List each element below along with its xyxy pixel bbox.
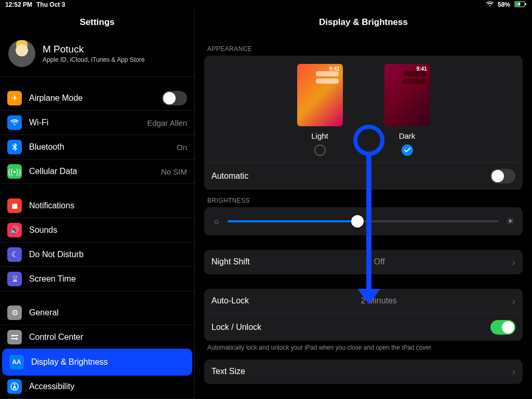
slider-track[interactable] xyxy=(228,220,499,222)
appearance-card: 9:41 Light 9:41 Dark Automatic xyxy=(204,56,523,190)
night-shift-row[interactable]: Night Shift Off xyxy=(204,250,523,274)
speaker-icon: 🔊 xyxy=(7,223,22,237)
automatic-label: Automatic xyxy=(211,171,248,181)
text-size-label: Text Size xyxy=(211,367,245,376)
airplane-icon: ✈︎ xyxy=(7,91,22,105)
svg-rect-4 xyxy=(14,335,18,336)
figure-icon xyxy=(7,379,22,394)
auto-lock-row[interactable]: Auto-Lock 2 Minutes xyxy=(204,289,523,313)
sidebar-group-general: ⚙︎ General Control Center AA Display & B… xyxy=(0,301,194,399)
status-bar: 12:52 PM Thu Oct 3 58% xyxy=(0,0,532,10)
light-preview: 9:41 xyxy=(297,64,343,126)
svg-point-5 xyxy=(16,338,18,340)
sidebar-item-label: Wi-Fi xyxy=(29,118,140,127)
status-date: Thu Oct 3 xyxy=(36,1,65,8)
svg-rect-6 xyxy=(11,338,16,339)
lock-unlock-label: Lock / Unlock xyxy=(211,323,261,332)
sidebar-item-label: Display & Brightness xyxy=(31,357,185,367)
sun-high-icon: ☀︎ xyxy=(506,216,514,227)
profile-name: M Potuck xyxy=(43,44,144,55)
switches-icon xyxy=(7,330,22,344)
settings-sidebar: Settings M Potuck Apple ID, iCloud, iTun… xyxy=(0,10,195,399)
sidebar-item-detail: Edgar Allen xyxy=(147,118,187,127)
status-battery: 58% xyxy=(498,1,510,8)
appearance-label: Dark xyxy=(384,131,430,140)
automatic-row: Automatic xyxy=(204,162,523,190)
sidebar-item-label: General xyxy=(29,308,187,317)
sidebar-item-control-center[interactable]: Control Center xyxy=(0,325,194,350)
sidebar-item-accessibility[interactable]: Accessibility xyxy=(0,375,194,399)
svg-point-8 xyxy=(14,384,16,385)
avatar xyxy=(8,40,35,67)
wifi-icon xyxy=(486,1,494,8)
sidebar-item-label: Bluetooth xyxy=(29,142,169,152)
bell-icon: ◼︎ xyxy=(7,198,22,213)
antenna-icon: ((•)) xyxy=(7,164,22,179)
hourglass-icon: ⌛︎ xyxy=(7,272,22,286)
sidebar-item-notifications[interactable]: ◼︎ Notifications xyxy=(0,194,194,218)
sidebar-item-dnd[interactable]: ☾ Do Not Disturb xyxy=(0,243,194,267)
sidebar-item-label: Cellular Data xyxy=(29,167,154,176)
lock-unlock-row: Lock / Unlock xyxy=(204,313,523,341)
sidebar-item-wifi[interactable]: Wi-Fi Edgar Allen xyxy=(0,111,194,135)
radio-checked[interactable] xyxy=(402,144,413,156)
sidebar-item-label: Accessibility xyxy=(29,382,187,391)
radio-unchecked[interactable] xyxy=(314,144,326,156)
wifi-icon xyxy=(7,115,22,130)
sidebar-title: Settings xyxy=(0,10,194,35)
sidebar-group-alerts: ◼︎ Notifications 🔊 Sounds ☾ Do Not Distu… xyxy=(0,194,194,291)
sun-low-icon: ☼ xyxy=(212,217,220,226)
detail-title: Display & Brightness xyxy=(195,10,532,38)
svg-point-3 xyxy=(11,335,14,337)
moon-icon: ☾ xyxy=(7,247,22,262)
automatic-toggle[interactable] xyxy=(490,169,515,183)
lock-unlock-toggle[interactable] xyxy=(490,320,515,335)
apple-id-row[interactable]: M Potuck Apple ID, iCloud, iTunes & App … xyxy=(0,35,194,77)
aa-icon: AA xyxy=(9,355,24,369)
detail-pane: Display & Brightness APPEARANCE 9:41 Lig… xyxy=(195,10,532,399)
bluetooth-icon xyxy=(7,140,22,154)
sidebar-item-label: Sounds xyxy=(29,225,187,235)
sidebar-item-label: Do Not Disturb xyxy=(29,250,187,259)
sidebar-item-sounds[interactable]: 🔊 Sounds xyxy=(0,218,194,243)
sidebar-item-display[interactable]: AA Display & Brightness xyxy=(3,350,191,375)
sidebar-item-bluetooth[interactable]: Bluetooth On xyxy=(0,135,194,159)
brightness-card: ☼ ☀︎ xyxy=(204,207,523,235)
brightness-header: BRIGHTNESS xyxy=(204,190,523,207)
airplane-toggle[interactable] xyxy=(162,91,187,105)
text-size-row[interactable]: Text Size xyxy=(204,360,523,384)
sidebar-item-screentime[interactable]: ⌛︎ Screen Time xyxy=(0,267,194,291)
sidebar-item-detail: No SIM xyxy=(161,167,187,176)
svg-rect-2 xyxy=(525,3,526,5)
sidebar-item-airplane[interactable]: ✈︎ Airplane Mode xyxy=(0,86,194,111)
appearance-option-light[interactable]: 9:41 Light xyxy=(297,64,343,156)
appearance-header: APPEARANCE xyxy=(204,38,523,56)
auto-lock-label: Auto-Lock xyxy=(211,296,249,305)
sidebar-item-general[interactable]: ⚙︎ General xyxy=(0,301,194,325)
sidebar-item-cellular[interactable]: ((•)) Cellular Data No SIM xyxy=(0,159,194,184)
battery-icon xyxy=(514,1,527,9)
sidebar-item-label: Control Center xyxy=(29,332,187,342)
sidebar-item-label: Airplane Mode xyxy=(29,94,155,103)
dark-preview: 9:41 xyxy=(384,64,430,126)
night-shift-value: Off xyxy=(374,257,385,267)
sidebar-item-label: Notifications xyxy=(29,201,187,210)
sidebar-item-detail: On xyxy=(177,143,187,152)
status-time: 12:52 PM xyxy=(5,1,32,8)
sidebar-item-label: Screen Time xyxy=(29,274,187,284)
brightness-slider[interactable]: ☼ ☀︎ xyxy=(204,207,523,235)
appearance-option-dark[interactable]: 9:41 Dark xyxy=(384,64,430,156)
sidebar-group-network: ✈︎ Airplane Mode Wi-Fi Edgar Allen Bluet… xyxy=(0,86,194,184)
auto-lock-value: 2 Minutes xyxy=(361,296,397,305)
appearance-label: Light xyxy=(297,131,343,140)
gear-icon: ⚙︎ xyxy=(7,305,22,320)
lock-unlock-note: Automatically lock and unlock your iPad … xyxy=(204,341,523,360)
night-shift-label: Night Shift xyxy=(211,257,250,267)
profile-sub: Apple ID, iCloud, iTunes & App Store xyxy=(43,56,144,63)
